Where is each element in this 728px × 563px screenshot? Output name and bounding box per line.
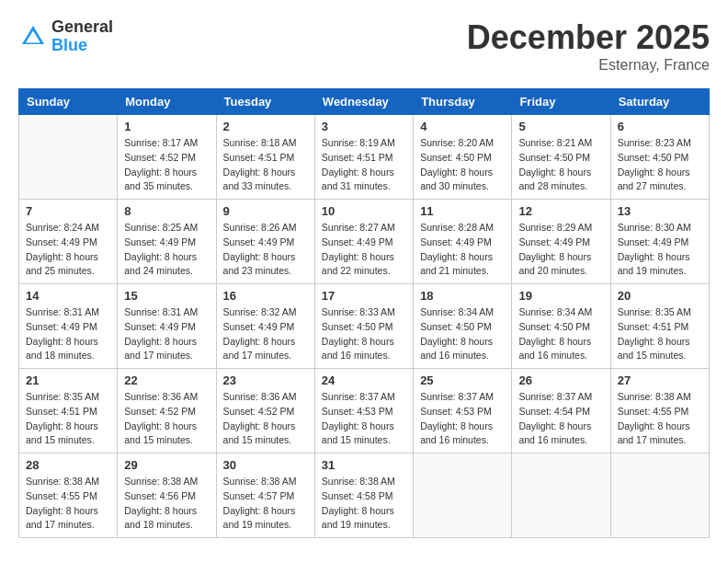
day-info: Sunrise: 8:20 AMSunset: 4:50 PMDaylight:… <box>420 136 505 194</box>
day-info: Sunrise: 8:25 AMSunset: 4:49 PMDaylight:… <box>124 221 209 279</box>
day-number: 1 <box>124 120 209 133</box>
calendar-cell: 18Sunrise: 8:34 AMSunset: 4:50 PMDayligh… <box>414 284 512 369</box>
day-info: Sunrise: 8:31 AMSunset: 4:49 PMDaylight:… <box>26 305 110 363</box>
calendar-cell: 22Sunrise: 8:36 AMSunset: 4:52 PMDayligh… <box>118 369 216 454</box>
day-info: Sunrise: 8:34 AMSunset: 4:50 PMDaylight:… <box>420 305 505 363</box>
day-info: Sunrise: 8:38 AMSunset: 4:55 PMDaylight:… <box>26 475 110 533</box>
day-info: Sunrise: 8:17 AMSunset: 4:52 PMDaylight:… <box>124 136 209 194</box>
day-number: 18 <box>420 289 505 303</box>
calendar-week-row: 1Sunrise: 8:17 AMSunset: 4:52 PMDaylight… <box>19 115 710 200</box>
calendar-cell: 5Sunrise: 8:21 AMSunset: 4:50 PMDaylight… <box>512 115 610 200</box>
day-info: Sunrise: 8:26 AMSunset: 4:49 PMDaylight:… <box>223 221 308 279</box>
day-info: Sunrise: 8:38 AMSunset: 4:58 PMDaylight:… <box>322 475 406 533</box>
page-header: General Blue December 2025 Esternay, Fra… <box>18 18 710 74</box>
calendar-week-row: 21Sunrise: 8:35 AMSunset: 4:51 PMDayligh… <box>19 369 710 454</box>
calendar-cell: 23Sunrise: 8:36 AMSunset: 4:52 PMDayligh… <box>216 369 314 454</box>
logo-text: General Blue <box>51 18 113 55</box>
calendar-header-row: SundayMondayTuesdayWednesdayThursdayFrid… <box>19 89 710 115</box>
calendar-cell: 1Sunrise: 8:17 AMSunset: 4:52 PMDaylight… <box>118 115 216 200</box>
month-title: December 2025 <box>467 18 710 57</box>
calendar-cell <box>512 454 610 538</box>
day-info: Sunrise: 8:37 AMSunset: 4:53 PMDaylight:… <box>420 390 505 448</box>
day-number: 4 <box>420 120 505 133</box>
day-number: 5 <box>518 120 603 133</box>
logo-icon <box>18 22 48 52</box>
day-number: 27 <box>618 373 702 387</box>
day-number: 23 <box>223 373 308 387</box>
weekday-header: Thursday <box>414 89 512 115</box>
calendar-cell: 7Sunrise: 8:24 AMSunset: 4:49 PMDaylight… <box>19 200 118 284</box>
day-info: Sunrise: 8:28 AMSunset: 4:49 PMDaylight:… <box>420 221 505 279</box>
day-number: 21 <box>26 373 110 387</box>
calendar-cell: 12Sunrise: 8:29 AMSunset: 4:49 PMDayligh… <box>512 200 610 284</box>
calendar-cell: 15Sunrise: 8:31 AMSunset: 4:49 PMDayligh… <box>118 284 216 369</box>
calendar-cell: 19Sunrise: 8:34 AMSunset: 4:50 PMDayligh… <box>512 284 610 369</box>
day-info: Sunrise: 8:37 AMSunset: 4:54 PMDaylight:… <box>518 390 603 448</box>
weekday-header: Wednesday <box>314 89 413 115</box>
calendar-cell <box>610 454 709 538</box>
day-info: Sunrise: 8:38 AMSunset: 4:55 PMDaylight:… <box>618 390 702 448</box>
day-number: 3 <box>322 120 406 133</box>
day-number: 15 <box>124 289 209 303</box>
calendar-cell: 6Sunrise: 8:23 AMSunset: 4:50 PMDaylight… <box>610 115 709 200</box>
day-number: 12 <box>518 204 603 218</box>
day-number: 31 <box>322 458 406 472</box>
calendar-cell: 31Sunrise: 8:38 AMSunset: 4:58 PMDayligh… <box>314 454 413 538</box>
day-number: 16 <box>223 289 308 303</box>
weekday-header: Monday <box>118 89 216 115</box>
logo-general: General <box>51 18 113 37</box>
day-info: Sunrise: 8:31 AMSunset: 4:49 PMDaylight:… <box>124 305 209 363</box>
day-number: 6 <box>618 120 702 133</box>
calendar-cell: 2Sunrise: 8:18 AMSunset: 4:51 PMDaylight… <box>216 115 314 200</box>
calendar-cell: 4Sunrise: 8:20 AMSunset: 4:50 PMDaylight… <box>414 115 512 200</box>
day-number: 11 <box>420 204 505 218</box>
day-number: 8 <box>124 204 209 218</box>
day-number: 2 <box>223 120 308 133</box>
day-info: Sunrise: 8:19 AMSunset: 4:51 PMDaylight:… <box>322 136 406 194</box>
calendar-week-row: 14Sunrise: 8:31 AMSunset: 4:49 PMDayligh… <box>19 284 710 369</box>
calendar-week-row: 28Sunrise: 8:38 AMSunset: 4:55 PMDayligh… <box>19 454 710 538</box>
calendar-cell: 3Sunrise: 8:19 AMSunset: 4:51 PMDaylight… <box>314 115 413 200</box>
day-info: Sunrise: 8:32 AMSunset: 4:49 PMDaylight:… <box>223 305 308 363</box>
calendar-cell: 27Sunrise: 8:38 AMSunset: 4:55 PMDayligh… <box>610 369 709 454</box>
calendar-cell: 11Sunrise: 8:28 AMSunset: 4:49 PMDayligh… <box>414 200 512 284</box>
day-info: Sunrise: 8:24 AMSunset: 4:49 PMDaylight:… <box>26 221 110 279</box>
day-number: 17 <box>322 289 406 303</box>
day-info: Sunrise: 8:34 AMSunset: 4:50 PMDaylight:… <box>518 305 603 363</box>
day-number: 26 <box>518 373 603 387</box>
day-number: 25 <box>420 373 505 387</box>
weekday-header: Saturday <box>610 89 709 115</box>
day-info: Sunrise: 8:21 AMSunset: 4:50 PMDaylight:… <box>518 136 603 194</box>
calendar-cell: 9Sunrise: 8:26 AMSunset: 4:49 PMDaylight… <box>216 200 314 284</box>
day-info: Sunrise: 8:38 AMSunset: 4:56 PMDaylight:… <box>124 475 209 533</box>
logo-blue: Blue <box>51 37 113 55</box>
weekday-header: Friday <box>512 89 610 115</box>
calendar-cell <box>19 115 118 200</box>
calendar-cell: 14Sunrise: 8:31 AMSunset: 4:49 PMDayligh… <box>19 284 118 369</box>
day-info: Sunrise: 8:36 AMSunset: 4:52 PMDaylight:… <box>223 390 308 448</box>
day-number: 28 <box>26 458 110 472</box>
day-number: 24 <box>322 373 406 387</box>
logo: General Blue <box>18 18 113 55</box>
day-info: Sunrise: 8:33 AMSunset: 4:50 PMDaylight:… <box>322 305 406 363</box>
weekday-header: Tuesday <box>216 89 314 115</box>
day-number: 7 <box>26 204 110 218</box>
calendar-cell: 13Sunrise: 8:30 AMSunset: 4:49 PMDayligh… <box>610 200 709 284</box>
day-info: Sunrise: 8:38 AMSunset: 4:57 PMDaylight:… <box>223 475 308 533</box>
title-area: December 2025 Esternay, France <box>467 18 710 74</box>
calendar-cell: 29Sunrise: 8:38 AMSunset: 4:56 PMDayligh… <box>118 454 216 538</box>
calendar-cell: 17Sunrise: 8:33 AMSunset: 4:50 PMDayligh… <box>314 284 413 369</box>
day-number: 22 <box>124 373 209 387</box>
calendar-table: SundayMondayTuesdayWednesdayThursdayFrid… <box>18 88 710 538</box>
day-info: Sunrise: 8:23 AMSunset: 4:50 PMDaylight:… <box>618 136 702 194</box>
weekday-header: Sunday <box>19 89 118 115</box>
calendar-cell: 25Sunrise: 8:37 AMSunset: 4:53 PMDayligh… <box>414 369 512 454</box>
calendar-cell: 10Sunrise: 8:27 AMSunset: 4:49 PMDayligh… <box>314 200 413 284</box>
day-number: 10 <box>322 204 406 218</box>
day-number: 14 <box>26 289 110 303</box>
day-info: Sunrise: 8:29 AMSunset: 4:49 PMDaylight:… <box>518 221 603 279</box>
day-info: Sunrise: 8:18 AMSunset: 4:51 PMDaylight:… <box>223 136 308 194</box>
calendar-cell <box>414 454 512 538</box>
day-number: 19 <box>518 289 603 303</box>
calendar-cell: 28Sunrise: 8:38 AMSunset: 4:55 PMDayligh… <box>19 454 118 538</box>
